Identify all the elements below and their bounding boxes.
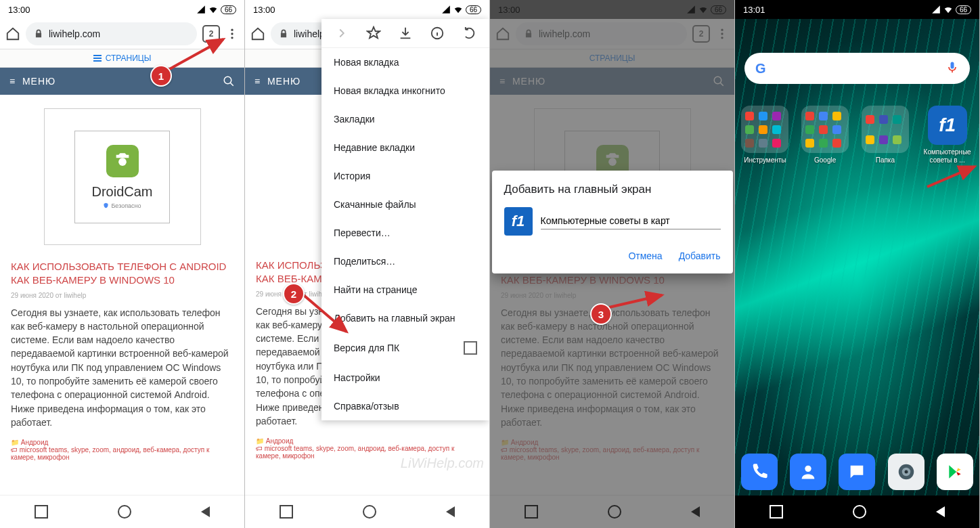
menu-desktop[interactable]: Версия для ПК — [321, 332, 489, 364]
home-icon[interactable] — [250, 26, 265, 41]
menu-help[interactable]: Справка/отзыв — [321, 392, 489, 420]
browser-toolbar: liwihelp.com 2 — [0, 19, 244, 49]
star-icon[interactable] — [366, 26, 381, 41]
menu-history[interactable]: История — [321, 162, 489, 190]
battery-indicator: 66 — [956, 5, 971, 14]
article-title[interactable]: КАК ИСПОЛЬЗОВАТЬ ТЕЛЕФОН С ANDROID КАК В… — [11, 260, 233, 288]
svg-point-0 — [231, 29, 233, 31]
droidcam-icon — [106, 145, 139, 177]
add-button[interactable]: Добавить — [679, 250, 721, 261]
menu-translate[interactable]: Перевести… — [321, 219, 489, 247]
menu-new-tab[interactable]: Новая вкладка — [321, 48, 489, 76]
folder-google[interactable]: Google — [801, 106, 849, 164]
cancel-button[interactable]: Отмена — [628, 250, 662, 261]
wallpaper — [735, 19, 979, 496]
home-button[interactable] — [853, 505, 866, 519]
desktop-checkbox[interactable] — [464, 341, 477, 355]
play-store-app[interactable] — [937, 454, 973, 490]
pages-link[interactable]: СТРАНИЦЫ — [0, 49, 244, 68]
svg-point-3 — [224, 76, 231, 84]
svg-point-1 — [231, 32, 233, 35]
info-icon[interactable] — [430, 26, 445, 41]
wifi-icon — [943, 5, 953, 14]
home-button[interactable] — [363, 505, 376, 519]
chrome-menu: Новая вкладка Новая вкладка инкогнито За… — [321, 19, 489, 420]
site-menu-bar[interactable]: ≡ МЕНЮ — [0, 68, 244, 95]
android-nav-bar — [0, 495, 244, 528]
status-bar: 13:00 66 — [0, 0, 244, 19]
signal-icon — [441, 5, 451, 14]
battery-indicator: 66 — [221, 5, 236, 14]
back-button[interactable] — [936, 506, 945, 517]
reload-icon[interactable] — [462, 26, 476, 41]
phone-screenshot-2: 13:00 66 liwihelp.com СТРАНИЦЫ ≡ МЕНЮ КА… — [245, 0, 490, 528]
folder-misc[interactable]: Папка — [862, 106, 909, 164]
more-icon[interactable] — [225, 27, 239, 41]
shortcut-name-input[interactable] — [541, 213, 721, 229]
site-favicon: f1 — [504, 207, 533, 236]
wifi-icon — [208, 5, 218, 14]
folder-tools[interactable]: Инструменты — [741, 106, 788, 164]
android-nav-bar — [735, 496, 979, 528]
google-search-bar[interactable]: G — [744, 53, 970, 84]
messages-app[interactable] — [839, 454, 875, 490]
article-body: Сегодня вы узнаете, как использовать тел… — [11, 306, 233, 430]
svg-point-4 — [118, 158, 127, 166]
tabs-button[interactable]: 2 — [202, 25, 220, 43]
google-logo: G — [755, 61, 766, 76]
phone-app[interactable] — [741, 454, 778, 490]
search-icon[interactable] — [223, 75, 235, 87]
phone-screenshot-4: 13:01 66 G Инструменты Google Папка — [735, 0, 980, 528]
shortcut-f1[interactable]: f1 Компьютерные советы в ... — [922, 106, 973, 164]
forward-icon[interactable] — [334, 26, 349, 41]
menu-recent[interactable]: Недавние вкладки — [321, 133, 489, 162]
menu-add-home[interactable]: Добавить на главный экран — [321, 304, 489, 332]
menu-share[interactable]: Поделиться… — [321, 247, 489, 276]
mic-icon[interactable] — [945, 60, 959, 76]
menu-downloads[interactable]: Скачанные файлы — [321, 190, 489, 219]
step-badge-2: 2 — [283, 283, 305, 305]
menu-bookmarks[interactable]: Закладки — [321, 105, 489, 133]
lock-icon — [34, 29, 43, 39]
phone-screenshot-3: 13:00 66 liwihelp.com 2 СТРАНИЦЫ ≡ МЕНЮ … — [490, 0, 735, 528]
phone-screenshot-1: 13:00 66 liwihelp.com 2 СТРАНИЦЫ ≡ МЕНЮ … — [0, 0, 245, 528]
back-button[interactable] — [201, 506, 210, 517]
step-badge-1: 1 — [150, 65, 172, 87]
article-date: 29 июня 2020 от liwihelp — [11, 292, 233, 299]
watermark: LiWiHelp.com — [401, 456, 484, 471]
safe-badge: Безопасно — [91, 202, 152, 209]
signal-icon — [931, 5, 941, 14]
android-nav-bar — [245, 495, 489, 528]
home-icon[interactable] — [5, 26, 20, 41]
recents-button[interactable] — [770, 505, 783, 519]
address-bar[interactable]: liwihelp.com — [26, 22, 197, 45]
droidcam-label: DroidCam — [91, 184, 152, 200]
dialog-title: Добавить на главный экран — [504, 183, 721, 196]
status-bar: 13:01 66 — [735, 0, 979, 19]
url-text: liwihelp.com — [49, 28, 100, 39]
download-icon[interactable] — [398, 26, 413, 41]
recents-button[interactable] — [280, 505, 293, 519]
hamburger-icon — [93, 55, 102, 62]
page-content: DroidCam Безопасно КАК ИСПОЛЬЗОВАТЬ ТЕЛЕ… — [0, 95, 244, 475]
home-button[interactable] — [118, 505, 131, 519]
recents-button[interactable] — [35, 505, 48, 519]
article-image: DroidCam Безопасно — [44, 108, 201, 245]
menu-incognito[interactable]: Новая вкладка инкогнито — [321, 76, 489, 105]
contacts-app[interactable] — [790, 454, 826, 490]
wifi-icon — [453, 5, 463, 14]
add-to-home-dialog: Добавить на главный экран f1 Отмена Доба… — [492, 171, 733, 273]
menu-find[interactable]: Найти на странице — [321, 276, 489, 304]
app-row: Инструменты Google Папка f1 Компьютерные… — [735, 106, 979, 164]
clock: 13:01 — [743, 5, 765, 15]
menu-settings[interactable]: Настройки — [321, 364, 489, 392]
lock-icon — [279, 29, 288, 39]
clock: 13:00 — [8, 5, 30, 15]
clock: 13:00 — [253, 5, 275, 15]
signal-icon — [196, 5, 206, 14]
article-tags: 📁 Андроид 🏷 microsoft teams, skype, zoom… — [11, 439, 233, 461]
svg-point-2 — [231, 37, 233, 39]
battery-indicator: 66 — [466, 5, 481, 14]
back-button[interactable] — [446, 506, 455, 517]
camera-app[interactable] — [888, 454, 925, 490]
